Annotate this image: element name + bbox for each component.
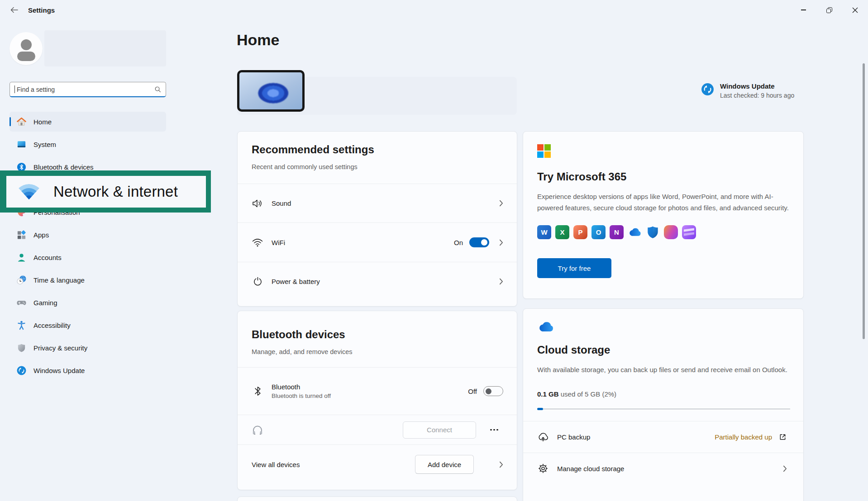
avatar[interactable] [10,32,43,65]
wifi-toggle[interactable] [469,237,489,247]
apps-icon [15,229,27,241]
bloom-wallpaper-image [247,76,297,109]
chevron-right-icon [783,465,787,472]
sidebar-item-label: System [33,141,56,148]
accessibility-icon [15,319,27,331]
vertical-scrollbar[interactable] [863,63,865,339]
try-for-free-button[interactable]: Try for free [537,258,611,278]
system-icon [15,138,27,150]
sidebar-item-label: Home [33,118,52,126]
sidebar-item-accessibility[interactable]: Accessibility [10,315,166,335]
defender-icon [646,225,660,239]
m365-app-icons: W X P O N [537,225,790,239]
onedrive-icon [628,225,642,239]
update-status-subtitle: Last checked: 9 hours ago [720,92,794,99]
connect-button[interactable]: Connect [403,421,476,439]
powerpoint-icon: P [573,225,587,239]
power-icon [252,276,263,287]
card-subtitle: Manage, add, and remove devices [252,348,503,355]
sidebar-item-windows-update[interactable]: Windows Update [10,360,166,380]
sidebar-item-label: Windows Update [33,367,85,374]
bluetooth-toggle-state: Off [468,388,477,395]
onedrive-cloud-icon [537,321,790,333]
bluetooth-outline-icon [252,385,263,397]
avatar-person-icon [21,39,32,50]
storage-used-value: 0.1 GB [537,390,559,398]
sound-row[interactable]: Sound [238,184,517,222]
wallpaper-thumbnail [237,70,305,112]
sidebar-item-network-internet-highlighted[interactable]: Network & internet [6,176,206,208]
card-body: With available storage, you can back up … [537,364,791,376]
sidebar-nav: Home System Bluetooth & devices [10,112,166,383]
sidebar-item-label: Gaming [33,299,57,307]
more-options-icon[interactable] [485,429,503,431]
restore-button[interactable] [816,0,842,20]
account-name-skeleton [44,30,166,66]
add-device-button[interactable]: Add device [415,455,474,474]
bluetooth-toggle-row[interactable]: Bluetooth Bluetooth is turned off Off [238,367,517,415]
row-label: Power & battery [272,278,320,285]
microsoft-logo-icon [537,144,790,158]
close-button[interactable] [842,0,868,20]
card-subtitle: Recent and commonly used settings [252,163,503,170]
backup-status-badge: Partially backed up [715,433,772,441]
row-label: WiFi [272,239,285,246]
highlight-box: Network & internet [0,170,211,213]
pc-backup-row[interactable]: PC backup Partially backed up [523,421,803,453]
wifi-outline-icon [252,238,263,247]
wifi-row[interactable]: WiFi On [238,222,517,262]
sidebar-item-time-language[interactable]: Time & language [10,270,166,290]
home-icon [15,116,27,128]
chevron-right-icon [499,461,503,468]
highlight-label: Network & internet [53,183,178,200]
back-button[interactable] [7,4,21,16]
sidebar-item-label: Apps [33,231,49,239]
power-battery-row[interactable]: Power & battery [238,262,517,300]
search-placeholder: Find a setting [16,86,154,93]
manage-cloud-storage-row[interactable]: Manage cloud storage [523,453,803,484]
clipchamp-icon [682,225,696,239]
storage-progress-bar [537,408,790,410]
row-label: PC backup [557,433,590,441]
row-sublabel: Bluetooth is turned off [272,392,331,399]
view-all-devices-row[interactable]: View all devices Add device [238,444,517,484]
outlook-icon: O [591,225,606,239]
gear-icon [537,463,549,474]
sidebar-item-home[interactable]: Home [10,112,166,132]
row-label: View all devices [252,461,300,468]
card-body: Experience desktop versions of apps like… [537,191,791,213]
sidebar-item-apps[interactable]: Apps [10,225,166,245]
page-title: Home [237,31,279,49]
next-card-partial [237,496,517,501]
bluetooth-toggle[interactable] [483,386,503,396]
wifi-icon [18,183,40,200]
excel-icon: X [555,225,569,239]
close-icon [852,7,858,13]
sidebar-item-privacy-security[interactable]: Privacy & security [10,338,166,358]
sidebar-item-system[interactable]: System [10,134,166,154]
minimize-button[interactable] [791,0,816,20]
storage-progress-fill [537,408,543,410]
word-icon: W [537,225,551,239]
sidebar-item-accounts[interactable]: Accounts [10,247,166,267]
minimize-icon [801,9,806,10]
sidebar-item-gaming[interactable]: Gaming [10,293,166,312]
chevron-right-icon [499,200,503,207]
copilot-icon [664,225,678,239]
gaming-icon [15,297,27,308]
device-row[interactable]: Connect [238,415,517,444]
wifi-toggle-state: On [454,239,463,246]
app-title: Settings [28,6,55,14]
window-controls [791,0,868,20]
titlebar: Settings [0,0,868,20]
onenote-icon: N [610,225,624,239]
sidebar-item-label: Privacy & security [33,344,87,352]
windows-update-status[interactable]: Windows Update Last checked: 9 hours ago [701,82,794,99]
sidebar-item-label: Time & language [33,276,85,284]
storage-used-detail: used of 5 GB (2%) [559,390,617,398]
chevron-right-icon [499,278,503,285]
time-language-icon [15,274,27,286]
search-input[interactable]: Find a setting [10,82,166,97]
chevron-right-icon [499,239,503,246]
sidebar-item-label: Bluetooth & devices [33,163,94,171]
